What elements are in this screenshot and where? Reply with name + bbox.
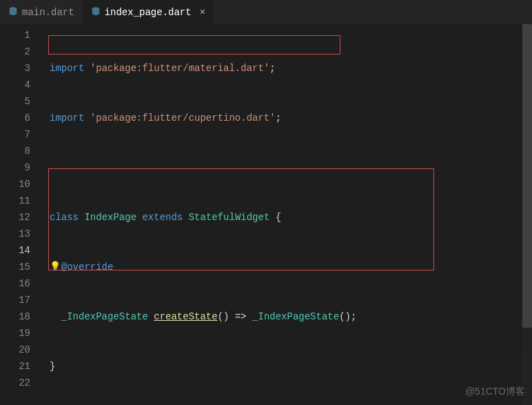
tab-label: main.dart <box>22 7 74 18</box>
code-line: class IndexPage extends StatefulWidget { <box>41 209 532 226</box>
code-editor[interactable]: 1 2 3 4 5 6 7 8 9 10 11 12 13 14 15 16 1… <box>0 24 532 405</box>
code-line: @override <box>41 259 532 275</box>
line-number: 22 <box>0 375 30 391</box>
line-number: 4 <box>0 77 30 93</box>
line-number: 19 <box>0 325 30 342</box>
code-line <box>41 159 532 176</box>
lightbulb-icon[interactable]: 💡 <box>50 261 61 272</box>
watermark: @51CTO博客 <box>465 386 525 398</box>
file-icon <box>91 6 101 18</box>
line-number: 15 <box>0 259 30 275</box>
line-number: 11 <box>0 192 30 209</box>
code-line: } <box>41 358 532 375</box>
line-number: 8 <box>0 143 30 159</box>
code-line: import 'package:flutter/cupertino.dart'; <box>41 110 532 126</box>
tab-label: index_page.dart <box>105 7 192 18</box>
line-number-gutter: 1 2 3 4 5 6 7 8 9 10 11 12 13 14 15 16 1… <box>0 24 41 405</box>
code-area[interactable]: import 'package:flutter/material.dart'; … <box>41 24 532 405</box>
file-icon <box>8 6 18 18</box>
line-number: 10 <box>0 176 30 192</box>
line-number: 3 <box>0 60 30 77</box>
code-line: import 'package:flutter/material.dart'; <box>41 60 532 77</box>
line-number: 18 <box>0 308 30 325</box>
line-number: 1 <box>0 27 30 43</box>
close-icon[interactable]: × <box>200 7 205 18</box>
line-number: 6 <box>0 110 30 126</box>
line-number: 2 <box>0 43 30 60</box>
line-number: 20 <box>0 342 30 358</box>
line-number: 16 <box>0 275 30 292</box>
line-number: 14 <box>0 242 30 259</box>
line-number: 9 <box>0 159 30 176</box>
scrollbar-thumb[interactable] <box>522 24 532 328</box>
line-number: 17 <box>0 292 30 308</box>
code-line: _IndexPageState createState() => _IndexP… <box>41 308 532 325</box>
vertical-scrollbar[interactable] <box>522 24 532 405</box>
line-number: 7 <box>0 126 30 143</box>
tab-bar: main.dart index_page.dart × <box>0 0 532 24</box>
tab-main-dart[interactable]: main.dart <box>0 0 83 24</box>
line-number: 13 <box>0 226 30 242</box>
tab-index-page-dart[interactable]: index_page.dart × <box>83 0 214 24</box>
line-number: 12 <box>0 209 30 226</box>
line-number: 5 <box>0 93 30 110</box>
line-number: 21 <box>0 358 30 375</box>
